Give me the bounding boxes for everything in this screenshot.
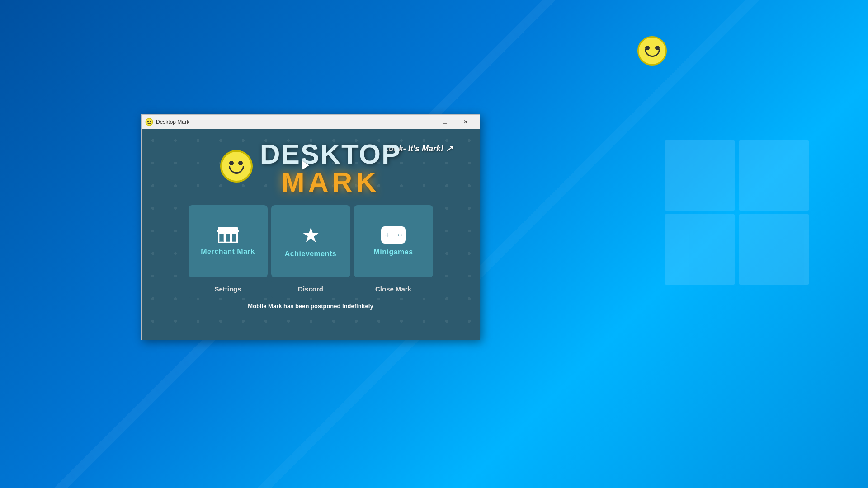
secondary-buttons-row: Settings Discord Close Mark: [189, 279, 433, 298]
close-mark-button[interactable]: Close Mark: [354, 279, 433, 298]
svg-point-0: [146, 118, 153, 126]
window-title: Desktop Mark: [156, 119, 414, 125]
svg-point-1: [147, 121, 149, 122]
settings-button[interactable]: Settings: [189, 279, 268, 298]
smiley-face-icon: [637, 36, 667, 66]
status-text: Mobile Mark has been postponed indefinit…: [248, 303, 373, 310]
gamepad-icon: [381, 226, 406, 244]
logo-area: Look- It's Mark! ↗ DESKTOP MARK: [142, 140, 480, 196]
close-window-button[interactable]: ✕: [455, 115, 476, 129]
achievements-button[interactable]: ★ Achievements: [271, 205, 350, 277]
title-bar: Desktop Mark — ☐ ✕: [142, 115, 480, 129]
minimize-button[interactable]: —: [414, 115, 434, 129]
restore-button[interactable]: ☐: [434, 115, 455, 129]
minigames-button[interactable]: Minigames: [354, 205, 433, 277]
star-icon: ★: [302, 225, 320, 245]
logo-desktop-text: DESKTOP: [260, 140, 401, 168]
logo-smiley-face: [220, 150, 253, 183]
window-controls: — ☐ ✕: [414, 115, 476, 129]
store-icon: [217, 227, 239, 243]
merchant-mark-button[interactable]: Merchant Mark: [189, 205, 268, 277]
window-body: Look- It's Mark! ↗ DESKTOP MARK: [142, 129, 480, 340]
minigames-label: Minigames: [373, 248, 413, 256]
logo-mark-text: MARK: [281, 168, 380, 196]
windows-logo: [665, 140, 809, 285]
merchant-mark-label: Merchant Mark: [201, 248, 255, 256]
cursor-arrow-overlay: [302, 161, 309, 170]
logo-top-row: DESKTOP: [260, 140, 401, 168]
discord-button[interactable]: Discord: [271, 279, 350, 298]
buttons-area: Merchant Mark ★ Achievements Minigames: [189, 205, 433, 310]
svg-point-2: [150, 121, 151, 122]
app-icon: [145, 118, 153, 126]
main-buttons-row: Merchant Mark ★ Achievements Minigames: [189, 205, 433, 277]
logo-smiley: [220, 150, 256, 186]
desktop-mark-window: Desktop Mark — ☐ ✕ Look- It's Mark! ↗ DE…: [141, 114, 480, 340]
logo-block: DESKTOP MARK: [260, 140, 401, 196]
achievements-label: Achievements: [285, 250, 337, 258]
desktop-smiley: [637, 36, 669, 68]
